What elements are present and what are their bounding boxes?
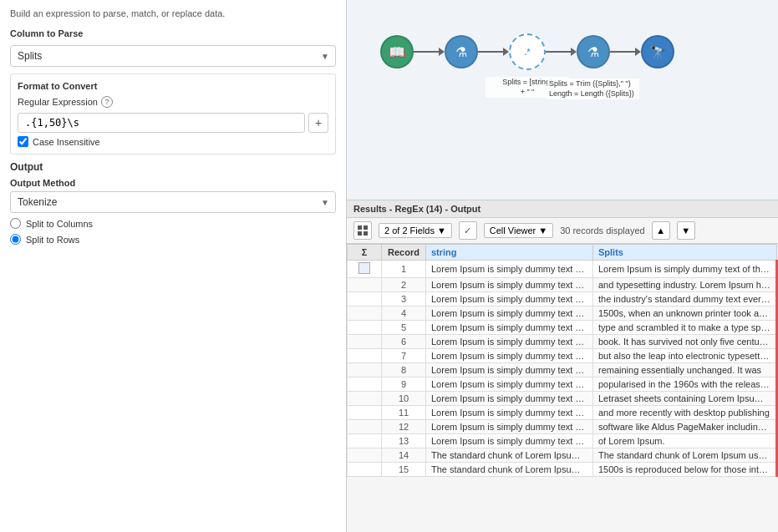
regex-label: Regular Expression	[18, 97, 98, 107]
cell-viewer-arrow-icon: ▼	[538, 225, 547, 236]
split-to-rows-label[interactable]: Split to Rows	[26, 235, 79, 245]
row-record-cell: 12	[382, 420, 426, 434]
connector-3	[546, 48, 577, 56]
table-row: 14The standard chunk of Lorem Ipsum used…	[348, 448, 777, 463]
scroll-up-button[interactable]: ▲	[652, 221, 670, 240]
row-string-cell: Lorem Ipsum is simply dummy text of the …	[425, 307, 592, 321]
results-table: Σ Record string Splits 1Lorem Ipsum is s…	[347, 244, 778, 477]
workflow-node-regex: .* Splits = [string] + " "	[509, 33, 546, 70]
row-splits-cell: remaining essentially unchanged. It was	[593, 363, 777, 377]
format-title: Format to Convert	[18, 81, 328, 91]
table-row: 15The standard chunk of Lorem Ipsum used…	[348, 463, 777, 477]
row-sigma-cell	[348, 349, 382, 363]
column-to-parse-select[interactable]: Splits	[10, 45, 336, 67]
split-to-rows-row: Split to Rows	[10, 234, 336, 245]
left-panel: Build an expression to parse, match, or …	[0, 0, 347, 532]
row-sigma-cell	[348, 420, 382, 434]
row-string-cell: Lorem Ipsum is simply dummy text of the …	[425, 377, 592, 392]
help-icon[interactable]: ?	[101, 96, 113, 108]
regex-input[interactable]	[18, 113, 305, 133]
table-row: 12Lorem Ipsum is simply dummy text of th…	[348, 420, 777, 434]
row-splits-cell: Lorem Ipsum is simply dummy text of the …	[593, 261, 777, 278]
connector-line-1	[414, 51, 439, 53]
workflow-node-parse: ⚗	[445, 35, 478, 68]
row-sigma-cell	[348, 278, 382, 292]
case-insensitive-label[interactable]: Case Insensitive	[33, 137, 100, 147]
table-row: 2Lorem Ipsum is simply dummy text of the…	[348, 278, 777, 292]
output-node-icon: 🔭	[641, 35, 674, 68]
table-row: 9Lorem Ipsum is simply dummy text of the…	[348, 377, 777, 392]
col-header-splits: Splits	[593, 245, 777, 261]
row-splits-cell: 1500s, when an unknown printer took a ga…	[593, 307, 777, 321]
connector-arrow-4	[635, 48, 641, 56]
col-header-string: string	[425, 245, 592, 261]
connector-4	[610, 48, 641, 56]
panel-description: Build an expression to parse, match, or …	[10, 8, 336, 18]
scroll-down-button[interactable]: ▼	[677, 221, 695, 240]
split-to-columns-label[interactable]: Split to Columns	[26, 219, 93, 229]
split-to-rows-radio[interactable]	[10, 234, 21, 245]
svg-rect-0	[358, 225, 362, 230]
workflow-node-output: 🔭	[641, 35, 674, 68]
table-row: 1Lorem Ipsum is simply dummy text of the…	[348, 261, 777, 278]
column-to-parse-label: Column to Parse	[10, 28, 336, 38]
results-area: Results - RegEx (14) - Output 2 of 2 Fie…	[347, 200, 778, 532]
row-string-cell: Lorem Ipsum is simply dummy text of the …	[425, 392, 592, 406]
column-to-parse-wrapper: Splits ▼	[10, 45, 336, 67]
grid-view-button[interactable]	[353, 221, 372, 240]
check-button[interactable]: ✓	[459, 221, 477, 240]
column-to-parse-group: Column to Parse Splits ▼	[10, 28, 336, 67]
input-node-icon: 📖	[380, 35, 414, 68]
grid-icon	[358, 225, 368, 236]
row-splits-cell: 1500s is reproduced below for those inte…	[593, 463, 777, 477]
row-record-cell: 3	[382, 292, 426, 307]
trim-node-label: Splits = Trim ({Splits}," ") Length = Le…	[547, 79, 639, 99]
regex-row: Regular Expression ?	[18, 96, 328, 108]
table-row: 3Lorem Ipsum is simply dummy text of the…	[348, 292, 777, 307]
output-section: Output Output Method Tokenize ▼ Split to…	[10, 161, 336, 245]
fields-dropdown[interactable]: 2 of 2 Fields ▼	[379, 223, 452, 238]
row-splits-cell: but also the leap into electronic typese…	[593, 349, 777, 363]
workflow: 📖 ⚗ .* Splits = [string] + " "	[380, 33, 674, 70]
table-row: 4Lorem Ipsum is simply dummy text of the…	[348, 307, 777, 321]
row-string-cell: Lorem Ipsum is simply dummy text of the …	[425, 321, 592, 335]
output-method-select[interactable]: Tokenize	[10, 191, 336, 213]
row-splits-cell: and more recently with desktop publishin…	[593, 406, 777, 420]
row-sigma-cell	[348, 392, 382, 406]
regex-input-row: +	[18, 113, 328, 133]
row-splits-cell: and typesetting industry. Lorem Ipsum ha…	[593, 278, 777, 292]
output-title: Output	[10, 161, 336, 173]
row-record-cell: 1	[382, 261, 426, 278]
svg-rect-3	[364, 231, 368, 236]
row-sigma-cell	[348, 377, 382, 392]
split-to-columns-radio[interactable]	[10, 218, 21, 229]
svg-rect-1	[364, 225, 368, 230]
table-row: 5Lorem Ipsum is simply dummy text of the…	[348, 321, 777, 335]
row-string-cell: The standard chunk of Lorem Ipsum used s…	[425, 463, 592, 477]
row-string-cell: Lorem Ipsum is simply dummy text of the …	[425, 292, 592, 307]
add-regex-button[interactable]: +	[308, 113, 328, 133]
table-row: 11Lorem Ipsum is simply dummy text of th…	[348, 406, 777, 420]
row-record-cell: 15	[382, 463, 426, 477]
table-row: 13Lorem Ipsum is simply dummy text of th…	[348, 434, 777, 448]
row-splits-cell: software like Aldus PageMaker including …	[593, 420, 777, 434]
row-splits-cell: popularised in the 1960s with the releas…	[593, 377, 777, 392]
row-splits-cell: type and scrambled it to make a type spe…	[593, 321, 777, 335]
row-record-cell: 6	[382, 335, 426, 349]
connector-arrow-3	[571, 48, 577, 56]
row-sigma-cell	[348, 335, 382, 349]
cell-viewer-label: Cell Viewer	[490, 225, 536, 236]
cell-viewer-dropdown[interactable]: Cell Viewer ▼	[484, 223, 553, 238]
connector-arrow-2	[503, 48, 509, 56]
split-to-columns-row: Split to Columns	[10, 218, 336, 229]
results-header: Results - RegEx (14) - Output	[347, 200, 778, 218]
results-table-container[interactable]: Σ Record string Splits 1Lorem Ipsum is s…	[347, 244, 778, 532]
table-row: 8Lorem Ipsum is simply dummy text of the…	[348, 363, 777, 377]
output-method-group: Output Method Tokenize ▼	[10, 178, 336, 213]
row-sigma-cell	[348, 261, 382, 278]
case-insensitive-checkbox[interactable]	[18, 136, 28, 147]
workflow-node-input: 📖	[380, 35, 414, 68]
connector-1	[414, 48, 445, 56]
row-sigma-cell	[348, 463, 382, 477]
row-record-cell: 13	[382, 434, 426, 448]
